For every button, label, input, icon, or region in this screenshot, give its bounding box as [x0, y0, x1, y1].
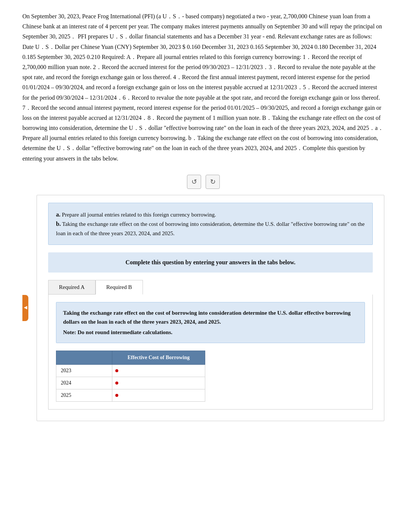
part-a-label: a.: [56, 211, 60, 218]
value-2024[interactable]: [112, 377, 205, 389]
table-row: 2024: [56, 377, 205, 389]
table-row: 2023: [56, 365, 205, 377]
tab-required-b[interactable]: Required B: [96, 280, 143, 295]
required-b-note: Note: Do not round intermediate calculat…: [63, 328, 358, 337]
record-label: Record: [312, 54, 329, 60]
table-header-effective-cost: Effective Cost of Borrowing: [112, 351, 205, 365]
year-2025: 2025: [56, 389, 112, 402]
required-b-description: Taking the exchange rate effect on the c…: [63, 308, 358, 326]
instructions-box: a. Prepare all journal entries related t…: [48, 203, 373, 245]
undo-button[interactable]: ↺: [187, 175, 201, 189]
part-b-text: Taking the exchange rate effect on the c…: [56, 221, 365, 236]
answer-wrapper: ▶ a. Prepare all journal entries related…: [22, 195, 384, 421]
redo-button[interactable]: ↻: [206, 175, 220, 189]
complete-text: Complete this question by entering your …: [56, 259, 365, 266]
instructions-text: a. Prepare all journal entries related t…: [56, 210, 365, 238]
complete-box: Complete this question by entering your …: [48, 252, 373, 273]
table-row: 2025: [56, 389, 205, 402]
effective-cost-table: Effective Cost of Borrowing 2023 2024: [56, 351, 205, 402]
tab-required-a[interactable]: Required A: [48, 280, 96, 295]
year-2023: 2023: [56, 365, 112, 377]
value-2023[interactable]: [112, 365, 205, 377]
part-b-label: b.: [56, 221, 61, 227]
year-2024: 2024: [56, 377, 112, 389]
part-a-text: Prepare all journal entries related to t…: [62, 212, 216, 218]
value-2025[interactable]: [112, 389, 205, 402]
main-container: On September 30, 2023, Peace Frog Intern…: [0, 0, 403, 432]
required-b-description-box: Taking the exchange rate effect on the c…: [56, 302, 365, 343]
tabs-container: Required A Required B: [48, 280, 373, 295]
toolbar: ↺ ↻: [22, 175, 384, 189]
problem-text: On September 30, 2023, Peace Frog Intern…: [22, 11, 384, 164]
table-header-year: [56, 351, 112, 365]
tab-content-required-b: Taking the exchange rate effect on the c…: [48, 295, 373, 410]
answer-area: a. Prepare all journal entries related t…: [37, 195, 384, 421]
